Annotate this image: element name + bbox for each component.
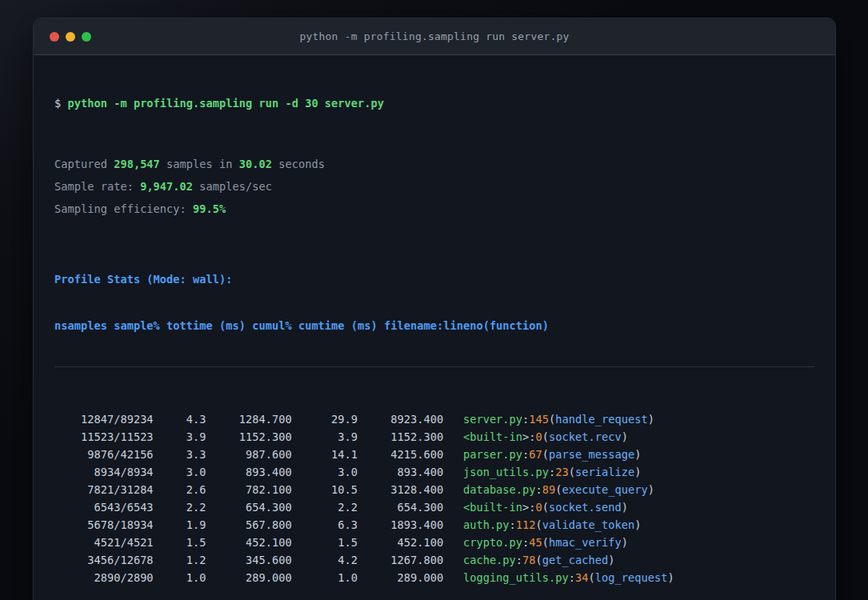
command-line: $ python -m profiling.sampling run -d 30… (54, 92, 814, 114)
profile-row: 8934/8934 3.0 893.400 3.0 893.400 json_u… (54, 463, 814, 481)
titlebar[interactable]: python -m profiling.sampling run server.… (34, 18, 835, 55)
profile-stats-heading: Profile Stats (Mode: wall): (54, 268, 814, 290)
profile-row: 9876/42156 3.3 987.600 14.1 4215.600 par… (54, 446, 814, 463)
capture-stats: Captured 298,547 samples in 30.02 second… (54, 153, 814, 220)
profile-table: 12847/89234 4.3 1284.700 29.9 8923.400 s… (54, 410, 814, 586)
table-divider (54, 366, 814, 367)
prompt-symbol: $ (54, 97, 67, 110)
stat-line: Captured 298,547 samples in 30.02 second… (54, 153, 814, 175)
profile-row: 12847/89234 4.3 1284.700 29.9 8923.400 s… (54, 410, 814, 428)
traffic-lights (50, 18, 91, 54)
profile-columns-header: nsamples sample% tottime (ms) cumul% cum… (54, 316, 814, 335)
profile-row: 3456/12678 1.2 345.600 4.2 1267.800 cach… (54, 551, 814, 569)
maximize-button-icon[interactable] (82, 32, 91, 42)
stat-line: Sample rate: 9,947.02 samples/sec (54, 175, 814, 198)
command-text: python -m profiling.sampling run -d 30 s… (67, 97, 384, 110)
minimize-button-icon[interactable] (66, 32, 75, 42)
terminal-window: python -m profiling.sampling run server.… (33, 18, 836, 600)
profile-row: 2890/2890 1.0 289.000 1.0 289.000 loggin… (54, 569, 814, 586)
profile-row: 11523/11523 3.9 1152.300 3.9 1152.300 <b… (54, 428, 814, 446)
profile-row: 6543/6543 2.2 654.300 2.2 654.300 <built… (54, 498, 814, 516)
terminal-output[interactable]: $ python -m profiling.sampling run -d 30… (34, 55, 835, 600)
stat-line: Sampling efficiency: 99.5% (54, 198, 814, 220)
profile-row: 5678/18934 1.9 567.800 6.3 1893.400 auth… (54, 516, 814, 534)
profile-row: 7821/31284 2.6 782.100 10.5 3128.400 dat… (54, 481, 814, 498)
close-button-icon[interactable] (50, 32, 59, 42)
window-title: python -m profiling.sampling run server.… (299, 30, 569, 42)
profile-row: 4521/4521 1.5 452.100 1.5 452.100 crypto… (54, 534, 814, 551)
